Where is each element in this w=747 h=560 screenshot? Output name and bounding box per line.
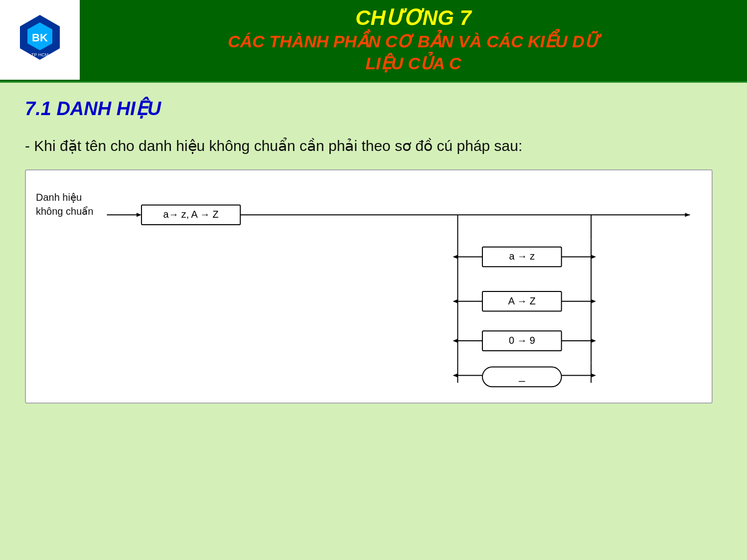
header-text: CHƯƠNG 7 CÁC THÀNH PHẦN CƠ BẢN VÀ CÁC KI… — [80, 0, 747, 80]
page-header: BK TP HCM CHƯƠNG 7 CÁC THÀNH PHẦN CƠ BẢN… — [0, 0, 747, 80]
svg-marker-30 — [591, 339, 596, 343]
section-description: - Khi đặt tên cho danh hiệu không chuẩn … — [25, 135, 722, 157]
main-content: 7.1 DANH HIỆU - Khi đặt tên cho danh hiệ… — [0, 83, 747, 419]
svg-marker-10 — [685, 213, 690, 217]
svg-text:TP HCM: TP HCM — [31, 52, 48, 57]
syntax-diagram: Danh hiệu không chuẩn a→ z, A → Z — [25, 169, 713, 404]
chapter-subtitle: CÁC THÀNH PHẦN CƠ BẢN VÀ CÁC KIỂU DỮ LIỆ… — [228, 30, 599, 74]
svg-text:a → z: a → z — [509, 251, 535, 262]
logo-box: BK TP HCM — [0, 0, 80, 80]
svg-text:a→ z,  A → Z: a→ z, A → Z — [163, 209, 218, 220]
diagram-svg: a→ z, A → Z a → z A → — [26, 170, 712, 403]
svg-marker-20 — [453, 299, 458, 303]
svg-marker-24 — [591, 299, 596, 303]
svg-marker-32 — [453, 374, 458, 378]
svg-marker-14 — [453, 255, 458, 259]
svg-marker-36 — [591, 374, 596, 378]
bk-logo: BK TP HCM — [12, 12, 67, 67]
svg-text:BK: BK — [32, 31, 48, 44]
svg-marker-18 — [591, 255, 596, 259]
svg-marker-26 — [453, 339, 458, 343]
svg-marker-5 — [137, 213, 142, 217]
section-title: 7.1 DANH HIỆU — [25, 98, 722, 120]
svg-text:A → Z: A → Z — [508, 295, 536, 306]
svg-text:0 → 9: 0 → 9 — [509, 335, 535, 346]
svg-text:_: _ — [518, 370, 525, 382]
chapter-title: CHƯƠNG 7 — [355, 5, 471, 30]
